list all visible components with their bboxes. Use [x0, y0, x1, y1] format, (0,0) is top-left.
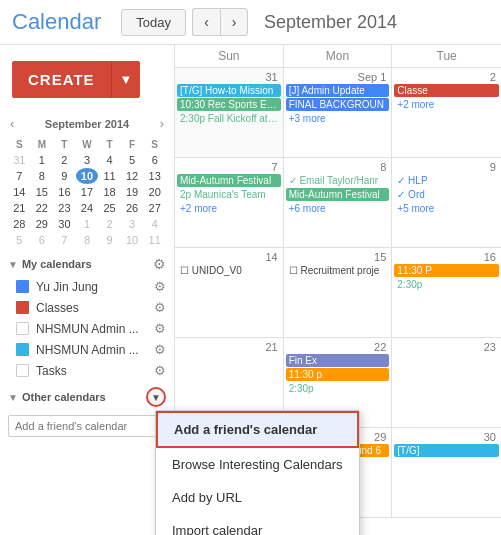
my-cal-settings-icon[interactable]: ⚙: [153, 256, 166, 272]
calendar-item-settings-icon[interactable]: ⚙: [154, 342, 166, 357]
calendar-event[interactable]: ☐ UNIDO_V0: [177, 264, 281, 277]
calendar-event[interactable]: [J] Admin Update: [286, 84, 390, 97]
mini-cal-day[interactable]: 14: [8, 184, 31, 200]
dropdown-menu-item[interactable]: Add a friend's calendar: [156, 411, 359, 448]
mini-cal-day[interactable]: 3: [121, 216, 144, 232]
mini-cal-day[interactable]: 7: [53, 232, 76, 248]
calendar-event[interactable]: 11:30 P: [394, 264, 499, 277]
calendar-cell[interactable]: 9✓ HLP✓ Ord+5 more: [392, 158, 501, 248]
mini-cal-day[interactable]: 20: [143, 184, 166, 200]
calendar-event[interactable]: +5 more: [394, 202, 499, 215]
dropdown-menu-item[interactable]: Add by URL: [156, 481, 359, 514]
calendar-event[interactable]: ✓ HLP: [394, 174, 499, 187]
mini-cal-day[interactable]: 1: [76, 216, 99, 232]
calendar-event[interactable]: 2:30p: [286, 382, 390, 395]
my-calendar-item[interactable]: Yu Jin Jung⚙: [0, 276, 174, 297]
next-button[interactable]: ›: [220, 8, 248, 36]
calendar-item-settings-icon[interactable]: ⚙: [154, 279, 166, 294]
mini-cal-day[interactable]: 9: [98, 232, 121, 248]
mini-cal-day[interactable]: 16: [53, 184, 76, 200]
calendar-event[interactable]: FINAL BACKGROUN: [286, 98, 390, 111]
mini-cal-day[interactable]: 8: [76, 232, 99, 248]
calendar-event[interactable]: ✓ Ord: [394, 188, 499, 201]
mini-prev-button[interactable]: ‹: [8, 114, 16, 133]
calendar-event[interactable]: +2 more: [177, 202, 281, 215]
mini-cal-day[interactable]: 5: [8, 232, 31, 248]
create-dropdown-button[interactable]: ▼: [111, 61, 141, 98]
mini-cal-day[interactable]: 8: [31, 168, 54, 184]
mini-cal-day[interactable]: 19: [121, 184, 144, 200]
calendar-event[interactable]: Mid-Autumn Festival: [286, 188, 390, 201]
calendar-event[interactable]: Mid-Autumn Festival: [177, 174, 281, 187]
mini-cal-day[interactable]: 7: [8, 168, 31, 184]
calendar-cell[interactable]: 15☐ Recruitment proje: [284, 248, 393, 338]
mini-cal-day[interactable]: 11: [98, 168, 121, 184]
calendar-item-settings-icon[interactable]: ⚙: [154, 321, 166, 336]
mini-cal-day[interactable]: 15: [31, 184, 54, 200]
my-calendar-item[interactable]: Classes⚙: [0, 297, 174, 318]
mini-cal-day[interactable]: 4: [98, 152, 121, 168]
calendar-event[interactable]: ☐ Recruitment proje: [286, 264, 390, 277]
my-calendar-item[interactable]: Tasks⚙: [0, 360, 174, 381]
mini-cal-day[interactable]: 4: [143, 216, 166, 232]
calendar-cell[interactable]: 1611:30 P2:30p: [392, 248, 501, 338]
other-cal-dropdown-button[interactable]: ▼: [146, 387, 166, 407]
calendar-cell[interactable]: 8✓ Email Taylor/HanrMid-Autumn Festival+…: [284, 158, 393, 248]
mini-cal-day[interactable]: 28: [8, 216, 31, 232]
calendar-event[interactable]: Classe: [394, 84, 499, 97]
calendar-cell[interactable]: 14☐ UNIDO_V0: [175, 248, 284, 338]
calendar-event[interactable]: 2:30p: [394, 278, 499, 291]
my-calendar-item[interactable]: NHSMUN Admin ...⚙: [0, 339, 174, 360]
dropdown-menu-item[interactable]: Browse Interesting Calendars: [156, 448, 359, 481]
mini-cal-day[interactable]: 29: [31, 216, 54, 232]
mini-cal-day[interactable]: 13: [143, 168, 166, 184]
calendar-event[interactable]: [T/G] How-to Mission: [177, 84, 281, 97]
mini-cal-day[interactable]: 3: [76, 152, 99, 168]
mini-cal-day[interactable]: 31: [8, 152, 31, 168]
calendar-cell[interactable]: 7Mid-Autumn Festival2p Maunica's Team+2 …: [175, 158, 284, 248]
calendar-cell[interactable]: 23: [392, 338, 501, 428]
mini-cal-day[interactable]: 24: [76, 200, 99, 216]
my-calendars-section[interactable]: ▼ My calendars ⚙: [0, 248, 174, 276]
mini-cal-day[interactable]: 10: [76, 168, 99, 184]
mini-cal-day[interactable]: 2: [98, 216, 121, 232]
calendar-item-settings-icon[interactable]: ⚙: [154, 363, 166, 378]
mini-cal-day[interactable]: 12: [121, 168, 144, 184]
mini-cal-day[interactable]: 27: [143, 200, 166, 216]
mini-cal-day[interactable]: 17: [76, 184, 99, 200]
mini-cal-day[interactable]: 10: [121, 232, 144, 248]
mini-cal-day[interactable]: 18: [98, 184, 121, 200]
mini-cal-day[interactable]: 6: [31, 232, 54, 248]
calendar-event[interactable]: +6 more: [286, 202, 390, 215]
my-calendar-item[interactable]: NHSMUN Admin ...⚙: [0, 318, 174, 339]
mini-cal-day[interactable]: 23: [53, 200, 76, 216]
mini-cal-day[interactable]: 30: [53, 216, 76, 232]
calendar-cell[interactable]: 31[T/G] How-to Mission10:30 Rec Sports E…: [175, 68, 284, 158]
calendar-event[interactable]: ✓ Email Taylor/Hanr: [286, 174, 390, 187]
mini-cal-day[interactable]: 11: [143, 232, 166, 248]
create-button[interactable]: CREATE: [12, 61, 111, 98]
add-friend-input[interactable]: [8, 415, 166, 437]
dropdown-menu-item[interactable]: Import calendar: [156, 514, 359, 535]
mini-cal-day[interactable]: 6: [143, 152, 166, 168]
calendar-cell[interactable]: 2Classe+2 more: [392, 68, 501, 158]
mini-cal-day[interactable]: 21: [8, 200, 31, 216]
mini-cal-day[interactable]: 26: [121, 200, 144, 216]
mini-cal-day[interactable]: 5: [121, 152, 144, 168]
today-button[interactable]: Today: [121, 9, 186, 36]
calendar-item-settings-icon[interactable]: ⚙: [154, 300, 166, 315]
mini-cal-day[interactable]: 9: [53, 168, 76, 184]
calendar-cell[interactable]: 30[T/G]: [392, 428, 501, 518]
mini-cal-day[interactable]: 1: [31, 152, 54, 168]
calendar-event[interactable]: 2p Maunica's Team: [177, 188, 281, 201]
mini-cal-day[interactable]: 22: [31, 200, 54, 216]
calendar-event[interactable]: +2 more: [394, 98, 499, 111]
prev-button[interactable]: ‹: [192, 8, 220, 36]
calendar-event[interactable]: 10:30 Rec Sports Expo: [177, 98, 281, 111]
calendar-event[interactable]: +3 more: [286, 112, 390, 125]
calendar-event[interactable]: 2:30p Fall Kickoff at IM: [177, 112, 281, 125]
calendar-event[interactable]: Fin Ex: [286, 354, 390, 367]
mini-next-button[interactable]: ›: [158, 114, 166, 133]
calendar-event[interactable]: [T/G]: [394, 444, 499, 457]
calendar-event[interactable]: 11:30 p: [286, 368, 390, 381]
